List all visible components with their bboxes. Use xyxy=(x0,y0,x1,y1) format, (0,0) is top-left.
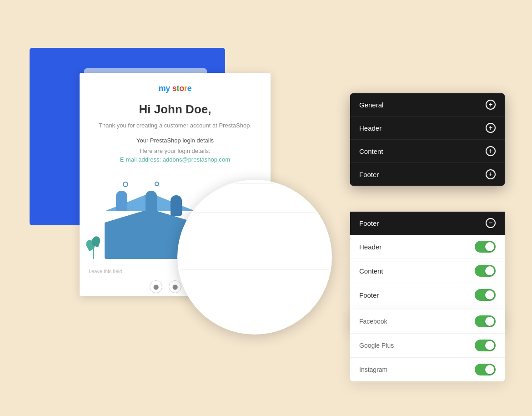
white-panel-label-header: Header xyxy=(359,243,381,251)
toggle-content[interactable] xyxy=(475,265,496,277)
magnifier-content: General − Header Content Footer Social xyxy=(177,180,332,270)
settings-item-footer[interactable]: Footer + xyxy=(350,163,505,186)
instagram-icon: ⬤ xyxy=(150,280,162,293)
minus-icon-footer: − xyxy=(486,218,496,228)
toggle-header[interactable] xyxy=(475,241,496,253)
settings-item-content[interactable]: Content + xyxy=(350,140,505,163)
magnifier-circle: General − Header Content Footer Social xyxy=(177,180,332,335)
bottom-label-googleplus: Google Plus xyxy=(359,342,394,349)
illus-figure2 xyxy=(146,191,157,213)
plus-icon-content: + xyxy=(486,146,496,156)
bottom-item-facebook: Facebook xyxy=(350,309,505,334)
expanded-footer-label: Footer xyxy=(359,219,379,227)
illus-figure1 xyxy=(116,191,127,211)
mag-item-content: Content xyxy=(177,184,332,213)
plus-icon-general: + xyxy=(486,100,496,110)
settings-label-header: Header xyxy=(359,124,381,132)
white-panel-item-content: Content xyxy=(350,259,505,283)
email-link: E-mail address: addons@prestashop.com xyxy=(93,156,257,163)
pinterest-icon: ⬤ xyxy=(169,280,181,293)
settings-item-general[interactable]: General + xyxy=(350,93,505,117)
bottom-item-instagram: Instagram xyxy=(350,358,505,381)
mag-toggle-social[interactable] xyxy=(331,249,332,262)
mag-toggle-content[interactable] xyxy=(331,191,332,205)
plus-icon-footer: + xyxy=(486,169,496,179)
email-login-sub: Here are your login details: xyxy=(93,147,257,154)
settings-label-general: General xyxy=(359,101,383,109)
mag-label-content: Content xyxy=(177,193,184,203)
bottom-label-instagram: Instagram xyxy=(359,366,387,373)
expanded-footer-header[interactable]: Footer − xyxy=(350,212,505,235)
white-panel-label-footer: Footer xyxy=(359,291,379,299)
toggle-facebook[interactable] xyxy=(475,315,496,327)
illus-plant xyxy=(86,232,100,259)
mag-item-footer: Footer xyxy=(177,213,332,241)
email-thank-you: Thank you for creating a customer accoun… xyxy=(93,122,257,129)
mag-item-social: Social xyxy=(177,241,332,270)
white-panel-item-header: Header xyxy=(350,235,505,259)
plus-icon-header: + xyxy=(486,123,496,133)
email-login-title: Your PrestaShop login details xyxy=(93,137,257,144)
toggle-footer[interactable] xyxy=(475,289,496,301)
bottom-item-googleplus: Google Plus xyxy=(350,334,505,358)
toggle-googleplus[interactable] xyxy=(475,340,496,351)
white-panel-label-content: Content xyxy=(359,267,383,275)
illus-circle-small-1 xyxy=(123,182,128,187)
mag-white-section: Header Content Footer Social xyxy=(177,180,332,270)
settings-label-footer: Footer xyxy=(359,171,379,178)
toggle-instagram[interactable] xyxy=(475,364,496,375)
email-greeting: Hi John Doe, xyxy=(93,102,257,117)
white-panel-item-footer: Footer xyxy=(350,283,505,307)
illus-circle-small-2 xyxy=(155,182,159,186)
store-logo: my store xyxy=(93,84,257,93)
settings-label-content: Content xyxy=(359,147,383,155)
bottom-label-facebook: Facebook xyxy=(359,318,387,325)
bottom-white-panel: Facebook Google Plus Instagram xyxy=(350,309,505,381)
settings-panel: General + Header + Content + Footer + xyxy=(350,93,505,186)
settings-item-header[interactable]: Header + xyxy=(350,117,505,140)
mag-toggle-footer[interactable] xyxy=(331,220,332,233)
email-card-content: my store Hi John Doe, Thank you for crea… xyxy=(80,73,271,179)
